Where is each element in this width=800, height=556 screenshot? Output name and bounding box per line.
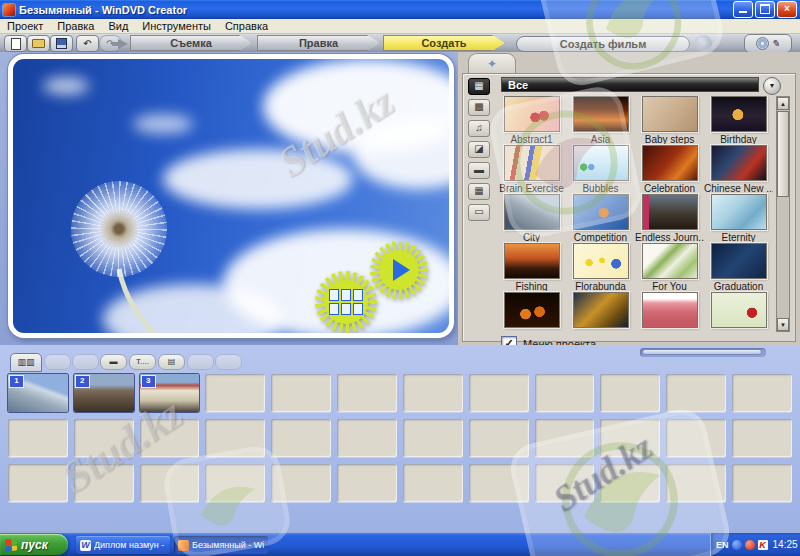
gallery-item[interactable] — [497, 292, 566, 330]
menu-item-1[interactable]: Правка — [50, 19, 101, 33]
gallery-item[interactable]: Brain Exercise — [497, 145, 566, 194]
gallery-item[interactable]: Eternity — [704, 194, 773, 243]
open-button[interactable] — [27, 35, 50, 52]
gallery-thumbnail[interactable] — [504, 96, 560, 132]
gallery-thumbnail[interactable] — [504, 194, 560, 230]
tab-capture[interactable]: Съемка — [130, 35, 252, 51]
storyboard-slot[interactable] — [600, 464, 660, 502]
save-button[interactable] — [50, 35, 73, 52]
storyboard-slot[interactable] — [74, 419, 134, 457]
storyboard-slot[interactable] — [666, 374, 726, 412]
undo-button[interactable]: ↶ — [76, 35, 99, 52]
gallery-thumbnail[interactable] — [642, 96, 698, 132]
storyboard-slot[interactable] — [469, 464, 529, 502]
gallery-item[interactable]: City — [497, 194, 566, 243]
gallery-thumbnail[interactable] — [573, 243, 629, 279]
gallery-item[interactable] — [566, 292, 635, 330]
gallery-thumbnail[interactable] — [642, 194, 698, 230]
new-document-button[interactable] — [4, 35, 27, 52]
language-indicator[interactable]: EN — [716, 540, 729, 550]
storyboard-slot[interactable] — [600, 419, 660, 457]
minimize-button[interactable] — [733, 1, 753, 18]
storyboard-slot[interactable] — [666, 464, 726, 502]
scroll-up-button[interactable]: ▲ — [777, 97, 789, 110]
storyboard-slot[interactable] — [732, 374, 792, 412]
gallery-item[interactable]: Graduation — [704, 243, 773, 292]
storyboard-slot[interactable] — [732, 464, 792, 502]
storyboard-button-disabled[interactable] — [215, 354, 242, 370]
storyboard-slot[interactable] — [271, 464, 331, 502]
storyboard-slot[interactable] — [337, 464, 397, 502]
thumbnails-icon[interactable]: ▦ — [468, 183, 490, 200]
gallery-tab[interactable]: ✦ — [468, 53, 516, 75]
storyboard-slot[interactable] — [8, 464, 68, 502]
storyboard-hscrollbar[interactable] — [640, 348, 766, 357]
storyboard-slot[interactable] — [469, 374, 529, 412]
storyboard-button-disabled[interactable] — [44, 354, 71, 370]
menu-item-2[interactable]: Вид — [101, 19, 135, 33]
scene-index-sunburst[interactable] — [315, 271, 377, 333]
gallery-thumbnail[interactable] — [504, 292, 560, 328]
gallery-item[interactable]: Abstract1 — [497, 96, 566, 145]
storyboard-slot[interactable] — [337, 419, 397, 457]
storyboard-slot[interactable] — [600, 374, 660, 412]
storyboard-slot[interactable] — [535, 464, 595, 502]
gallery-thumbnail[interactable] — [573, 145, 629, 181]
menu-templates-icon[interactable]: ▦ — [468, 78, 490, 95]
frames-icon[interactable]: ▩ — [468, 99, 490, 116]
tray-icon-kaspersky[interactable]: K — [758, 540, 768, 550]
storyboard-slot[interactable] — [535, 419, 595, 457]
dropdown-arrow-button[interactable]: ▼ — [763, 77, 781, 95]
tab-make-movie[interactable]: Создать фильм — [516, 36, 690, 52]
blank-frame-icon[interactable]: ▭ — [468, 204, 490, 221]
storyboard-view-button[interactable]: ▥▥ — [10, 353, 42, 372]
gallery-thumbnail[interactable] — [711, 194, 767, 230]
gallery-thumbnail[interactable] — [711, 145, 767, 181]
gallery-thumbnail[interactable] — [504, 243, 560, 279]
gallery-thumbnail[interactable] — [504, 145, 560, 181]
storyboard-slot[interactable] — [337, 374, 397, 412]
gallery-thumbnail[interactable] — [711, 243, 767, 279]
gallery-item[interactable]: Baby steps — [635, 96, 704, 145]
storyboard-slot[interactable] — [666, 419, 726, 457]
storyboard-slot[interactable] — [205, 419, 265, 457]
storyboard-slot[interactable] — [140, 464, 200, 502]
close-button[interactable]: × — [777, 1, 797, 18]
text-tool-button[interactable]: T.... — [129, 354, 156, 370]
widescreen-icon[interactable]: ▬ — [468, 162, 490, 179]
taskbar-task-windvd[interactable]: Безымянный - WinDV... — [174, 536, 268, 554]
gallery-item[interactable]: Bubbles — [566, 145, 635, 194]
tab-create[interactable]: Создать — [383, 35, 505, 51]
menu-item-3[interactable]: Инструменты — [135, 19, 218, 33]
tray-icon-blue[interactable] — [732, 540, 742, 550]
frame-tool-button[interactable]: ▬ — [100, 354, 127, 370]
gallery-item[interactable]: Celebration — [635, 145, 704, 194]
audio-icon[interactable]: ♫ — [468, 120, 490, 137]
storyboard-button-disabled[interactable] — [72, 354, 99, 370]
storyboard-slot[interactable] — [140, 419, 200, 457]
settings-gear-icon[interactable]: ✦ — [695, 35, 712, 52]
storyboard-slot[interactable] — [271, 374, 331, 412]
gallery-thumbnail[interactable] — [573, 194, 629, 230]
hscrollbar-thumb[interactable] — [642, 349, 762, 355]
play-button-sunburst[interactable] — [370, 241, 428, 299]
storyboard-slot[interactable] — [205, 374, 265, 412]
gallery-item[interactable] — [704, 292, 773, 330]
storyboard-slot[interactable] — [271, 419, 331, 457]
scroll-down-button[interactable]: ▼ — [777, 318, 789, 331]
storyboard-slot[interactable] — [732, 419, 792, 457]
gallery-thumbnail[interactable] — [711, 96, 767, 132]
gallery-thumbnail[interactable] — [711, 292, 767, 328]
scrollbar-thumb[interactable] — [777, 111, 789, 197]
gallery-thumbnail[interactable] — [642, 292, 698, 328]
gallery-item[interactable]: Endless Journ... — [635, 194, 704, 243]
gallery-thumbnail[interactable] — [642, 243, 698, 279]
menu-item-0[interactable]: Проект — [0, 19, 50, 33]
storyboard-clip[interactable]: 1 — [8, 374, 68, 412]
storyboard-button-disabled[interactable] — [187, 354, 214, 370]
images-icon[interactable]: ◪ — [468, 141, 490, 158]
gallery-item[interactable]: Florabunda — [566, 243, 635, 292]
storyboard-slot[interactable] — [469, 419, 529, 457]
gallery-filter-dropdown[interactable]: Все — [501, 77, 759, 92]
preview-video-area[interactable] — [13, 59, 449, 333]
